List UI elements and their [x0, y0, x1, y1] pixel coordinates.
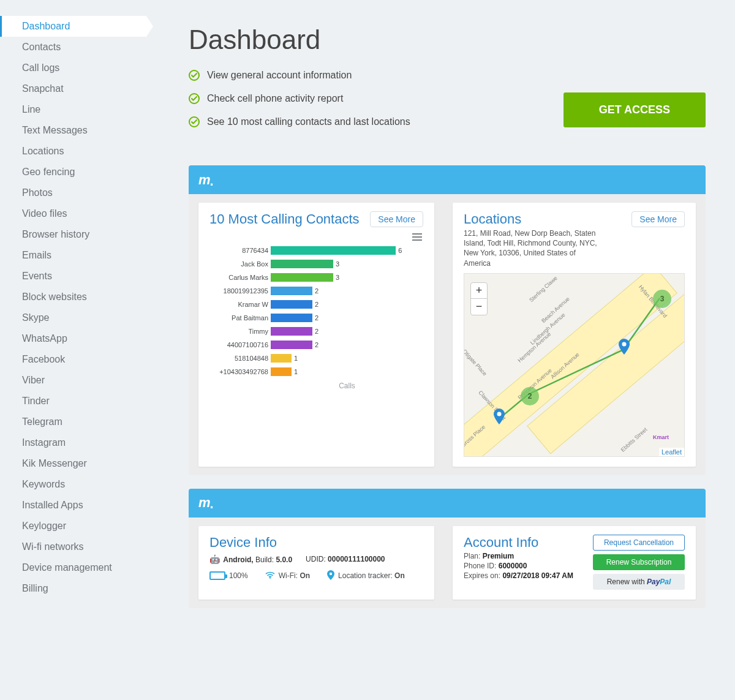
- chart-value-label: 3: [336, 274, 339, 281]
- sidebar-item-block-websites[interactable]: Block websites: [0, 287, 147, 307]
- chart-category-label: Timmy: [209, 328, 271, 335]
- sidebar-item-instagram[interactable]: Instagram: [0, 432, 147, 453]
- chart-bar-row: 1800199123952: [209, 285, 423, 297]
- svg-point-2: [270, 578, 271, 579]
- sidebar-item-events[interactable]: Events: [0, 266, 147, 287]
- sidebar-item-video-files[interactable]: Video files: [0, 203, 147, 224]
- chart-value-label: 2: [315, 314, 318, 322]
- card-account-info: Request Cancellation Renew Subscription …: [453, 526, 696, 600]
- chart-xlabel: Calls: [209, 382, 423, 390]
- chart-bar: [271, 246, 396, 255]
- chart-category-label: 180019912395: [209, 287, 271, 295]
- chart-value-label: 6: [398, 247, 402, 254]
- map-cluster[interactable]: 3: [653, 290, 671, 308]
- chart-bar-row: Carlus Marks3: [209, 271, 423, 284]
- map-cluster[interactable]: 2: [521, 387, 539, 405]
- feature-item: View general account information: [189, 70, 410, 81]
- sidebar-item-installed-apps[interactable]: Installed Apps: [0, 495, 147, 516]
- sidebar-item-keylogger[interactable]: Keylogger: [0, 516, 147, 536]
- wifi-status: Wi-Fi: On: [265, 571, 310, 581]
- feature-item: Check cell phone activity report: [189, 93, 410, 104]
- sidebar-item-device-management[interactable]: Device management: [0, 557, 147, 578]
- zoom-out-button[interactable]: −: [471, 299, 487, 315]
- sidebar-item-kik-messenger[interactable]: Kik Messenger: [0, 453, 147, 474]
- chart-value-label: 2: [315, 287, 318, 295]
- svg-point-1: [622, 342, 627, 346]
- svg-point-3: [330, 573, 332, 575]
- see-more-locations-button[interactable]: See More: [631, 211, 685, 227]
- sidebar: DashboardContactsCall logsSnapchatLineTe…: [0, 0, 147, 640]
- see-more-contacts-button[interactable]: See More: [370, 211, 423, 227]
- sidebar-item-whatsapp[interactable]: WhatsApp: [0, 328, 147, 349]
- get-access-button[interactable]: GET ACCESS: [564, 92, 706, 127]
- sidebar-item-wi-fi-networks[interactable]: Wi-fi networks: [0, 536, 147, 557]
- card-locations: Locations 121, Mill Road, New Dorp Beach…: [453, 203, 696, 467]
- chart-bar: [271, 367, 292, 376]
- svg-point-0: [497, 412, 502, 416]
- sidebar-item-viber[interactable]: Viber: [0, 370, 147, 391]
- map-zoom: + −: [470, 282, 488, 315]
- chart-bar-row: 5181048481: [209, 352, 423, 364]
- chart-value-label: 2: [315, 301, 318, 308]
- device-os-row: 🤖 Android, Build: 5.0.0 UDID: 0000011110…: [209, 554, 423, 564]
- chart-value-label: 2: [315, 341, 318, 348]
- sidebar-item-dashboard[interactable]: Dashboard: [0, 16, 147, 37]
- map[interactable]: Sterling Clawe Hylan Boulevard Beach Ave…: [464, 273, 685, 457]
- sidebar-item-skype[interactable]: Skype: [0, 307, 147, 328]
- logo-icon: m.: [198, 172, 213, 188]
- chart-bar-row: Jack Box3: [209, 258, 423, 270]
- chart-bar-row: Pat Baitman2: [209, 312, 423, 324]
- renew-subscription-button[interactable]: Renew Subscription: [593, 554, 685, 570]
- sidebar-item-geo-fencing[interactable]: Geo fencing: [0, 162, 147, 183]
- card-device-info: Device Info 🤖 Android, Build: 5.0.0 UDID…: [198, 526, 434, 600]
- check-icon: [189, 116, 200, 127]
- map-pin-icon[interactable]: [619, 339, 630, 355]
- sidebar-item-snapchat[interactable]: Snapchat: [0, 78, 147, 99]
- chart-value-label: 1: [294, 355, 298, 362]
- panel-header: m.: [189, 489, 706, 517]
- panel-info: m. Device Info 🤖 Android, Build: 5.0.0 U…: [189, 489, 706, 608]
- sidebar-item-photos[interactable]: Photos: [0, 183, 147, 203]
- chart-category-label: Kramar W: [209, 301, 271, 308]
- panel-header: m.: [189, 165, 706, 194]
- contacts-bar-chart: 87764346Jack Box3Carlus Marks31800199123…: [209, 244, 423, 378]
- sidebar-item-text-messages[interactable]: Text Messages: [0, 120, 147, 141]
- chart-bar-row: 87764346: [209, 244, 423, 257]
- chart-category-label: 8776434: [209, 247, 271, 254]
- map-pin-icon[interactable]: [494, 408, 505, 424]
- chart-category-label: Carlus Marks: [209, 274, 271, 281]
- request-cancellation-button[interactable]: Request Cancellation: [593, 535, 685, 551]
- sidebar-item-locations[interactable]: Locations: [0, 141, 147, 162]
- chart-category-label: +104303492768: [209, 368, 271, 375]
- sidebar-item-contacts[interactable]: Contacts: [0, 37, 147, 58]
- sidebar-item-line[interactable]: Line: [0, 99, 147, 120]
- page-title: Dashboard: [189, 24, 706, 55]
- chart-menu-icon[interactable]: [412, 233, 422, 241]
- zoom-in-button[interactable]: +: [471, 283, 487, 299]
- chart-bar-row: Kramar W2: [209, 298, 423, 310]
- chart-bar: [271, 341, 312, 349]
- chart-bar: [271, 300, 312, 309]
- sidebar-item-call-logs[interactable]: Call logs: [0, 58, 147, 78]
- chart-category-label: 518104848: [209, 355, 271, 362]
- battery-status: 100%: [209, 571, 248, 580]
- account-buttons: Request Cancellation Renew Subscription …: [593, 535, 685, 590]
- chart-bar: [271, 273, 333, 282]
- sidebar-item-emails[interactable]: Emails: [0, 245, 147, 266]
- chart-category-label: 44007100716: [209, 341, 271, 348]
- wifi-icon: [265, 571, 275, 581]
- sidebar-item-telegram[interactable]: Telegram: [0, 412, 147, 432]
- sidebar-item-facebook[interactable]: Facebook: [0, 349, 147, 370]
- sidebar-item-keywords[interactable]: Keywords: [0, 474, 147, 495]
- sidebar-item-tinder[interactable]: Tinder: [0, 391, 147, 412]
- chart-bar: [271, 260, 333, 268]
- sidebar-item-browser-history[interactable]: Browser history: [0, 224, 147, 245]
- renew-paypal-button[interactable]: Renew with PayPal: [593, 574, 685, 590]
- chart-bar: [271, 287, 312, 295]
- map-attribution-link[interactable]: Leaflet: [659, 448, 684, 456]
- check-icon: [189, 93, 200, 104]
- device-title: Device Info: [209, 535, 423, 551]
- sidebar-item-billing[interactable]: Billing: [0, 578, 147, 599]
- locations-address: 121, Mill Road, New Dorp Beach, Staten I…: [464, 228, 598, 268]
- chart-value-label: 3: [336, 260, 339, 268]
